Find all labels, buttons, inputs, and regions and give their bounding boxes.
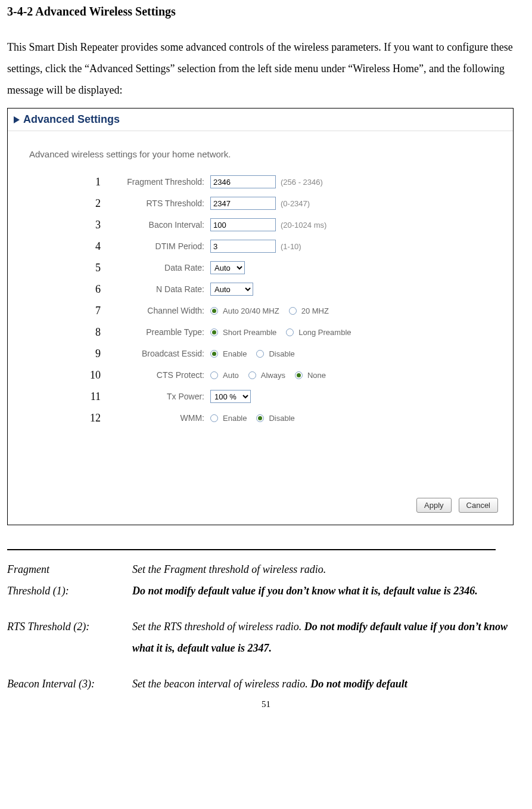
def-term: Fragment Threshold (1):: [7, 559, 132, 602]
hint-text: (1-10): [281, 242, 301, 251]
row-number: 2: [85, 197, 101, 210]
select-input[interactable]: Auto: [210, 261, 245, 274]
hint-text: (0-2347): [281, 199, 310, 208]
radio-button[interactable]: [286, 328, 294, 336]
form-row: 12WMM:EnableDisable: [85, 407, 513, 429]
def-desc: Set the beacon interval of wireless radi…: [132, 673, 525, 695]
radio-label: Always: [261, 371, 285, 380]
radio-button[interactable]: [210, 307, 218, 315]
row-number: 4: [85, 240, 101, 253]
row-control: Auto 20/40 MHZ20 MHZ: [210, 306, 334, 315]
def-term: Beacon Interval (3):: [7, 673, 132, 695]
radio-button[interactable]: [210, 350, 218, 358]
form-row: 3Bacon Interval:(20-1024 ms): [85, 214, 513, 235]
panel-description: Advanced wireless settings for your home…: [8, 131, 513, 171]
radio-button[interactable]: [289, 307, 297, 315]
select-input[interactable]: 100 %: [210, 390, 251, 403]
hint-text: (20-1024 ms): [281, 221, 326, 230]
radio-button[interactable]: [256, 350, 264, 358]
text-input[interactable]: [210, 175, 276, 188]
row-control: EnableDisable: [210, 414, 300, 423]
row-control: (1-10): [210, 240, 301, 253]
section-heading: 3-4-2 Advanced Wireless Settings: [7, 5, 525, 18]
hint-text: (256 - 2346): [281, 178, 323, 187]
divider: [7, 549, 496, 550]
form-row: 8Preamble Type:Short PreambleLong Preamb…: [85, 321, 513, 343]
page-number: 51: [7, 699, 525, 709]
form-row: 4DTIM Period:(1-10): [85, 235, 513, 257]
text-input[interactable]: [210, 240, 276, 253]
row-label: Preamble Type:: [101, 327, 210, 337]
row-label: Data Rate:: [101, 263, 210, 272]
row-number: 5: [85, 262, 101, 274]
radio-label: Short Preamble: [223, 328, 276, 337]
row-control: 100 %: [210, 390, 251, 403]
form-row: 11Tx Power:100 %: [85, 386, 513, 407]
form-row: 7Channel Width:Auto 20/40 MHZ20 MHZ: [85, 300, 513, 321]
apply-button[interactable]: Apply: [416, 498, 452, 513]
row-number: 12: [85, 412, 101, 424]
row-number: 6: [85, 283, 101, 296]
select-input[interactable]: Auto: [210, 283, 253, 296]
radio-button[interactable]: [210, 371, 218, 379]
row-label: Bacon Interval:: [101, 220, 210, 230]
row-control: Short PreambleLong Preamble: [210, 328, 356, 337]
radio-button[interactable]: [248, 371, 256, 379]
form-row: 10CTS Protect:AutoAlwaysNone: [85, 364, 513, 386]
form-row: 1Fragment Threshold:(256 - 2346): [85, 171, 513, 193]
row-label: N Data Rate:: [101, 284, 210, 294]
radio-label: Disable: [269, 349, 294, 358]
form-row: 2RTS Threshold:(0-2347): [85, 193, 513, 214]
row-control: (256 - 2346): [210, 175, 323, 188]
arrow-icon: [14, 116, 20, 123]
row-control: (0-2347): [210, 197, 310, 210]
row-number: 9: [85, 348, 101, 360]
row-number: 11: [85, 390, 101, 403]
radio-button[interactable]: [295, 371, 303, 379]
definitions-list: Fragment Threshold (1): Set the Fragment…: [7, 559, 525, 695]
radio-label: Long Preamble: [298, 328, 351, 337]
text-input[interactable]: [210, 218, 276, 231]
panel-title: Advanced Settings: [23, 113, 120, 126]
row-number: 7: [85, 305, 101, 317]
radio-label: Auto: [223, 371, 239, 380]
row-control: Auto: [210, 261, 245, 274]
def-rts-threshold: RTS Threshold (2): Set the RTS threshold…: [7, 616, 525, 659]
form-row: 6N Data Rate:Auto: [85, 278, 513, 300]
panel-header: Advanced Settings: [8, 109, 513, 131]
row-number: 3: [85, 219, 101, 231]
form-area: 1Fragment Threshold:(256 - 2346)2RTS Thr…: [8, 171, 513, 429]
row-label: RTS Threshold:: [101, 199, 210, 208]
radio-label: None: [307, 371, 326, 380]
def-fragment-threshold: Fragment Threshold (1): Set the Fragment…: [7, 559, 525, 602]
radio-button[interactable]: [210, 414, 218, 422]
row-label: Channel Width:: [101, 306, 210, 315]
def-term: RTS Threshold (2):: [7, 616, 132, 659]
row-label: CTS Protect:: [101, 370, 210, 380]
form-row: 9Broadcast Essid:EnableDisable: [85, 343, 513, 364]
row-label: DTIM Period:: [101, 241, 210, 251]
form-row: 5Data Rate:Auto: [85, 257, 513, 278]
row-label: Broadcast Essid:: [101, 349, 210, 358]
row-number: 1: [85, 176, 101, 188]
button-bar: Apply Cancel: [416, 498, 498, 513]
cancel-button[interactable]: Cancel: [459, 498, 498, 513]
settings-panel-screenshot: Advanced Settings Advanced wireless sett…: [7, 108, 514, 525]
row-control: (20-1024 ms): [210, 218, 326, 231]
radio-label: Enable: [223, 349, 247, 358]
radio-label: 20 MHZ: [301, 306, 329, 315]
row-number: 8: [85, 326, 101, 339]
row-label: Tx Power:: [101, 392, 210, 401]
row-label: Fragment Threshold:: [101, 177, 210, 187]
def-desc: Set the RTS threshold of wireless radio.…: [132, 616, 525, 659]
row-control: EnableDisable: [210, 349, 300, 358]
def-beacon-interval: Beacon Interval (3): Set the beacon inte…: [7, 673, 525, 695]
radio-button[interactable]: [256, 414, 264, 422]
radio-label: Enable: [223, 414, 247, 423]
text-input[interactable]: [210, 197, 276, 210]
radio-button[interactable]: [210, 328, 218, 336]
radio-label: Disable: [269, 414, 294, 423]
intro-paragraph: This Smart Dish Repeater provides some a…: [7, 36, 525, 101]
def-desc: Set the Fragment threshold of wireless r…: [132, 559, 525, 602]
row-number: 10: [85, 369, 101, 382]
